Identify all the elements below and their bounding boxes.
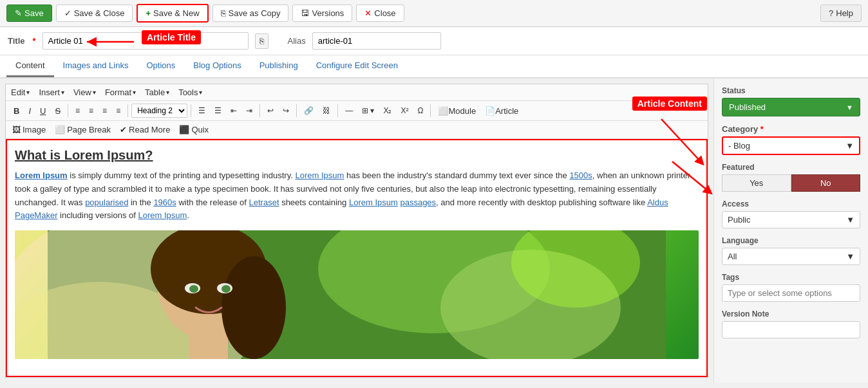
read-more-button[interactable]: ✔ Read More — [117, 124, 173, 136]
page-break-button[interactable]: ⬜ Page Break — [52, 124, 113, 136]
redo-button[interactable]: ↪ — [279, 104, 293, 117]
separator-2 — [127, 104, 128, 117]
tab-images[interactable]: Images and Links — [54, 55, 138, 77]
svg-point-14 — [189, 285, 198, 293]
svg-point-15 — [222, 285, 231, 293]
tab-blog-options[interactable]: Blog Options — [184, 55, 250, 77]
module-button[interactable]: ⬜ Module — [434, 104, 480, 118]
strikethrough-button[interactable]: S — [51, 104, 64, 118]
ordered-list-button[interactable]: ☰ — [211, 104, 225, 117]
close-button[interactable]: ✕ Close — [356, 5, 404, 22]
menu-view[interactable]: View ▾ — [73, 88, 96, 97]
align-left-button[interactable]: ≡ — [71, 104, 84, 117]
menu-tools[interactable]: Tools ▾ — [178, 88, 202, 97]
link-button[interactable]: 🔗 — [300, 104, 317, 117]
menu-insert[interactable]: Insert ▾ — [39, 88, 64, 97]
view-arrow: ▾ — [93, 89, 96, 96]
category-section: Category * - Blog ▼ — [722, 124, 860, 155]
editor-menubar: Edit ▾ Insert ▾ View ▾ Format ▾ Table ▾ … — [6, 84, 708, 101]
unordered-list-button[interactable]: ☰ — [194, 104, 209, 117]
svg-point-11 — [222, 256, 286, 359]
heading-select[interactable]: Heading 2 Heading 1 Heading 3 Paragraph — [131, 104, 187, 118]
image-icon: 🖼 — [12, 125, 21, 134]
category-label: Category * — [722, 124, 860, 134]
article-button[interactable]: 📄 Article — [481, 104, 522, 118]
editor-content-area[interactable]: What is Lorem Ipsum? Lorem Ipsum is simp… — [6, 139, 708, 377]
copy-title-icon[interactable]: ⎘ — [255, 33, 269, 49]
editor-panel: Edit ▾ Insert ▾ View ▾ Format ▾ Table ▾ … — [5, 84, 708, 378]
quix-icon: ⬛ — [179, 125, 189, 134]
insert-arrow: ▾ — [61, 89, 64, 96]
language-dropdown[interactable]: All ▼ — [722, 248, 860, 265]
unlink-button[interactable]: ⛓ — [319, 104, 334, 117]
status-section: Status Published ▼ — [722, 86, 860, 116]
category-dropdown[interactable]: - Blog ▼ — [722, 136, 860, 155]
featured-toggle: Yes No — [722, 174, 860, 192]
editor-formatting-toolbar: B I U S ≡ ≡ ≡ ≡ Heading 2 Heading 1 Head… — [6, 101, 708, 121]
access-dropdown[interactable]: Public ▼ — [722, 211, 860, 228]
status-dropdown[interactable]: Published ▼ — [722, 98, 860, 116]
align-justify-button[interactable]: ≡ — [112, 104, 124, 117]
underline-button[interactable]: U — [36, 104, 50, 118]
save-icon: ✎ — [15, 8, 22, 18]
version-note-input[interactable] — [722, 321, 860, 338]
title-row: Title * ⎘ Article Title Alias — [0, 27, 868, 55]
editor-image-block — [15, 230, 699, 359]
table-insert-button[interactable]: ⊞ ▾ — [358, 104, 378, 117]
featured-no-button[interactable]: No — [791, 174, 861, 192]
alias-input[interactable] — [312, 32, 441, 50]
menu-edit[interactable]: Edit ▾ — [11, 88, 30, 97]
menu-format[interactable]: Format ▾ — [105, 88, 136, 97]
version-note-section: Version Note — [722, 309, 860, 338]
save-button[interactable]: ✎ Save — [6, 5, 52, 22]
save-close-button[interactable]: ✓ Save & Close — [56, 5, 133, 22]
save-new-button[interactable]: + Save & New — [137, 4, 208, 23]
bold-button[interactable]: B — [10, 104, 23, 118]
quix-button[interactable]: ⬛ Quix — [176, 124, 211, 136]
edit-arrow: ▾ — [26, 89, 30, 96]
access-label: Access — [722, 199, 860, 208]
svg-rect-9 — [189, 327, 228, 359]
outdent-button[interactable]: ⇤ — [227, 104, 241, 117]
language-label: Language — [722, 236, 860, 245]
title-label: Title — [8, 36, 25, 46]
status-arrow-icon: ▼ — [846, 104, 853, 111]
tools-arrow: ▾ — [199, 89, 202, 96]
superscript-button[interactable]: X² — [397, 104, 413, 117]
content-heading: What is Lorem Ipsum? — [15, 148, 699, 163]
version-note-label: Version Note — [722, 309, 860, 319]
tab-options[interactable]: Options — [137, 55, 184, 77]
italic-button[interactable]: I — [24, 104, 35, 118]
featured-section: Featured Yes No — [722, 163, 860, 192]
right-sidebar: Status Published ▼ Category * - Blog ▼ F… — [713, 79, 868, 383]
access-section: Access Public ▼ — [722, 199, 860, 228]
indent-button[interactable]: ⇥ — [242, 104, 256, 117]
omega-button[interactable]: Ω — [414, 104, 428, 117]
save-copy-button[interactable]: ⎘ Save as Copy — [212, 5, 289, 22]
help-button[interactable]: ? Help — [820, 5, 862, 22]
align-right-button[interactable]: ≡ — [99, 104, 111, 117]
category-arrow-icon: ▼ — [845, 141, 854, 151]
menu-table[interactable]: Table ▾ — [145, 88, 169, 97]
subscript-button[interactable]: X₂ — [379, 104, 395, 117]
undo-button[interactable]: ↩ — [263, 104, 278, 117]
tab-content[interactable]: Content — [6, 55, 54, 77]
tab-configure[interactable]: Configure Edit Screen — [307, 55, 407, 77]
article-icon: 📄 — [485, 106, 495, 116]
tabs-row: Content Images and Links Options Blog Op… — [0, 55, 868, 79]
separator-1 — [68, 104, 68, 117]
special-char-button[interactable]: — — [341, 104, 357, 117]
editor-secondary-toolbar: 🖼 Image ⬜ Page Break ✔ Read More ⬛ Quix — [6, 121, 708, 139]
title-input[interactable] — [42, 32, 249, 50]
versions-icon: 🖫 — [301, 8, 309, 18]
align-center-button[interactable]: ≡ — [85, 104, 97, 117]
versions-button[interactable]: 🖫 Versions — [292, 5, 352, 22]
image-button[interactable]: 🖼 Image — [10, 124, 48, 136]
tags-section: Tags — [722, 273, 860, 302]
tab-publishing[interactable]: Publishing — [250, 55, 307, 77]
close-icon: ✕ — [364, 8, 372, 18]
language-arrow-icon: ▼ — [846, 252, 854, 261]
tags-input[interactable] — [722, 284, 860, 302]
separator-5 — [296, 104, 297, 117]
featured-yes-button[interactable]: Yes — [722, 174, 791, 192]
